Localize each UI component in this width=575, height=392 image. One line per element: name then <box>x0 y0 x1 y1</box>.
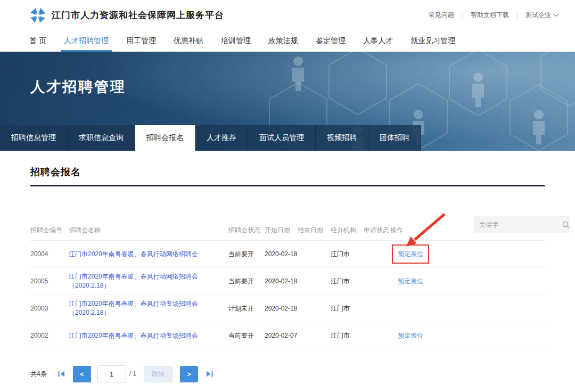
action-cell: 预定展位 <box>390 331 545 340</box>
col-end-date: 结束日期 <box>298 226 331 235</box>
nav-item[interactable]: 优惠补贴 <box>174 30 203 52</box>
total-count-label: 共4条 <box>30 370 47 379</box>
module-tab[interactable]: 招聘信息管理 <box>0 125 68 151</box>
fair-name-link[interactable]: 江门市2020年南粤春暖、春风行动专场招聘会（2020.2.18） <box>69 300 198 316</box>
start-date-cell: 2020-02-18 <box>265 277 298 285</box>
site-logo-pinwheel-icon <box>29 7 46 24</box>
agency-cell: 江门市 <box>331 277 364 286</box>
divider: | <box>462 12 463 19</box>
table-row: 20002 江门市2020年南粤春暖、春风行动专场招聘会 当前要开 2020-0… <box>30 322 545 349</box>
fair-status-cell: 计划未开 <box>228 304 265 313</box>
fair-status-cell: 当前要开 <box>228 277 265 286</box>
agency-cell: 江门市 <box>331 331 364 340</box>
keyword-search-box <box>474 216 570 233</box>
fair-id-cell: 20005 <box>30 277 69 285</box>
faq-link[interactable]: 常见问题 <box>429 11 454 20</box>
module-tab-bar: 招聘信息管理求职信息查询招聘会报名人才推荐面试人员管理视频招聘团体招聘 <box>0 125 575 151</box>
module-tab[interactable]: 视频招聘 <box>316 125 368 151</box>
start-date-cell: 2020-02-18 <box>265 250 298 258</box>
nav-item[interactable]: 首 页 <box>29 30 46 52</box>
fair-name-cell: 江门市2020年南粤春暖、春风行动网络招聘会 <box>69 250 228 259</box>
pagination: 共4条 < / 1 跳转 > <box>30 365 545 382</box>
fair-name-link[interactable]: 江门市2020年南粤春暖、春风行动网络招聘会 <box>69 250 198 258</box>
nav-item[interactable]: 人事人才 <box>363 30 393 52</box>
col-agency: 经办机构 <box>331 226 364 235</box>
last-page-icon[interactable] <box>206 370 213 378</box>
nav-item[interactable]: 人才招聘管理 <box>64 30 109 52</box>
chevron-down-icon <box>554 13 559 17</box>
top-header: 江门市人力资源和社会保障网上服务平台 常见问题 | 帮助文档下载 | 测试企业 <box>0 0 575 30</box>
col-apply-status: 申请状态 <box>364 226 390 235</box>
table-row: 20005 江门市2020年南粤春暖、春风行动网络招聘会（2020.2.18） … <box>30 268 545 295</box>
module-tab[interactable]: 团体招聘 <box>368 125 421 151</box>
col-fair-id: 招聘会编号 <box>30 226 69 235</box>
table-body: 20004 江门市2020年南粤春暖、春风行动网络招聘会 当前要开 2020-0… <box>30 241 545 349</box>
fair-name-cell: 江门市2020年南粤春暖、春风行动专场招聘会 <box>69 331 228 340</box>
module-tab[interactable]: 招聘会报名 <box>135 125 195 151</box>
action-cell: 预定展位 <box>390 277 545 286</box>
banner: 人才招聘管理 招聘信息管理求职信息查询招聘会报名人才推荐面试人员管理视频招聘团体… <box>0 52 575 151</box>
fair-name-cell: 江门市2020年南粤春暖、春风行动专场招聘会（2020.2.18） <box>69 299 228 317</box>
fair-id-cell: 20004 <box>30 250 69 258</box>
agency-cell: 江门市 <box>331 250 364 259</box>
page-title: 招聘会报名 <box>30 166 545 178</box>
reserve-booth-link[interactable]: 预定展位 <box>398 332 423 339</box>
table-row: 20003 江门市2020年南粤春暖、春风行动专场招聘会（2020.2.18） … <box>30 295 545 322</box>
reserve-booth-link[interactable]: 预定展位 <box>398 250 423 258</box>
help-doc-link[interactable]: 帮助文档下载 <box>471 11 509 20</box>
jump-button[interactable]: 跳转 <box>144 366 172 382</box>
account-label: 测试企业 <box>525 11 551 20</box>
nav-item[interactable]: 用工管理 <box>126 30 156 52</box>
title-underline <box>30 185 545 186</box>
total-pages-label: / 1 <box>129 370 136 378</box>
start-date-cell: 2020-02-18 <box>265 305 298 312</box>
col-fair-name: 招聘会名称 <box>69 226 228 235</box>
search-icon[interactable] <box>562 220 570 229</box>
module-tab[interactable]: 人才推荐 <box>195 125 248 151</box>
table-header-row: 招聘会编号 招聘会名称 招聘会状态 开始日期 结束日期 经办机构 申请状态 操作 <box>30 222 545 241</box>
job-fair-table: 招聘会编号 招聘会名称 招聘会状态 开始日期 结束日期 经办机构 申请状态 操作… <box>30 222 545 349</box>
fair-id-cell: 20002 <box>30 332 69 339</box>
nav-item[interactable]: 就业见习管理 <box>410 30 455 52</box>
divider: | <box>516 12 518 19</box>
nav-item[interactable]: 鉴定管理 <box>316 30 346 52</box>
fair-status-cell: 当前要开 <box>228 250 265 259</box>
banner-title: 人才招聘管理 <box>30 77 126 96</box>
site-title: 江门市人力资源和社会保障网上服务平台 <box>52 9 224 21</box>
col-fair-status: 招聘会状态 <box>228 226 265 235</box>
fair-name-link[interactable]: 江门市2020年南粤春暖、春风行动网络招聘会（2020.2.18） <box>69 273 198 289</box>
agency-cell: 江门市 <box>331 304 364 313</box>
nav-item[interactable]: 政策法规 <box>268 30 298 52</box>
account-menu[interactable]: 测试企业 <box>525 11 559 20</box>
page-number-input[interactable] <box>97 365 126 382</box>
fair-name-cell: 江门市2020年南粤春暖、春风行动网络招聘会（2020.2.18） <box>69 272 228 290</box>
reserve-booth-link[interactable]: 预定展位 <box>398 277 423 285</box>
main-nav: 首 页人才招聘管理用工管理优惠补贴培训管理政策法规鉴定管理人事人才就业见习管理 <box>0 30 575 52</box>
action-cell: 预定展位 <box>390 250 545 259</box>
keyword-search-input[interactable] <box>479 221 562 228</box>
content: 招聘会报名 招聘会编号 招聘会名称 招聘会状态 开始日期 结束日期 经办机构 申… <box>0 166 575 382</box>
module-tab[interactable]: 求职信息查询 <box>68 125 135 151</box>
first-page-icon[interactable] <box>58 370 65 378</box>
fair-name-link[interactable]: 江门市2020年南粤春暖、春风行动专场招聘会 <box>69 332 198 339</box>
start-date-cell: 2020-02-07 <box>265 332 298 339</box>
module-tab[interactable]: 面试人员管理 <box>248 125 316 151</box>
nav-item[interactable]: 培训管理 <box>221 30 251 52</box>
fair-id-cell: 20003 <box>30 305 69 312</box>
next-page-button[interactable]: > <box>180 366 198 382</box>
fair-status-cell: 当前要开 <box>228 331 265 340</box>
table-row: 20004 江门市2020年南粤春暖、春风行动网络招聘会 当前要开 2020-0… <box>30 241 545 268</box>
col-start-date: 开始日期 <box>265 226 298 235</box>
prev-page-button[interactable]: < <box>73 366 91 382</box>
header-links: 常见问题 | 帮助文档下载 | 测试企业 <box>429 11 559 20</box>
